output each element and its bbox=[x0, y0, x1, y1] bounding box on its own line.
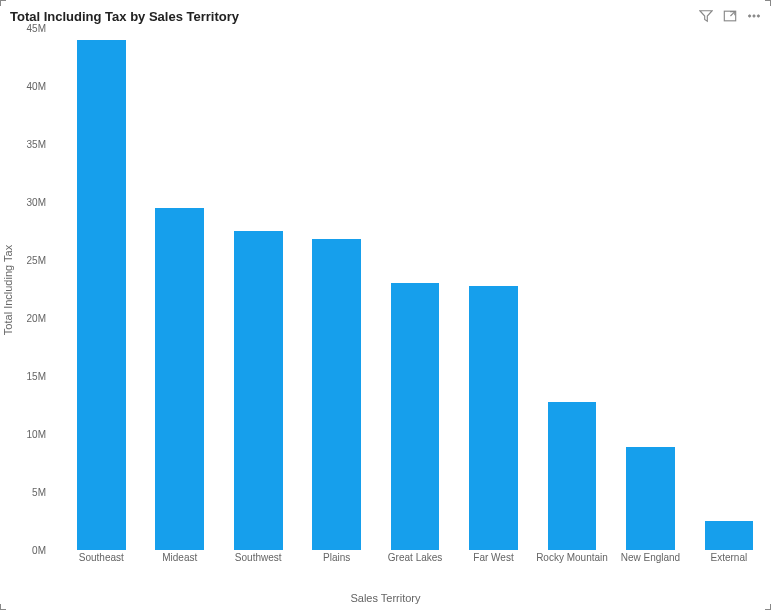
chart-bar[interactable] bbox=[234, 231, 283, 550]
chart-bar[interactable] bbox=[626, 447, 675, 550]
chart-bar[interactable] bbox=[312, 239, 361, 550]
filter-icon[interactable] bbox=[699, 9, 713, 23]
y-tick-label: 0M bbox=[8, 545, 46, 556]
x-tick-label: New England bbox=[611, 552, 689, 564]
svg-point-3 bbox=[757, 15, 759, 17]
chart-visual: Total Including Tax by Sales Territory bbox=[0, 0, 771, 610]
svg-point-1 bbox=[748, 15, 750, 17]
x-tick-label: Southwest bbox=[219, 552, 297, 564]
y-axis-title: Total Including Tax bbox=[2, 245, 14, 335]
x-tick-label: Plains bbox=[298, 552, 376, 564]
more-options-icon[interactable] bbox=[747, 9, 761, 23]
svg-point-2 bbox=[753, 15, 755, 17]
y-tick-label: 40M bbox=[8, 81, 46, 92]
chart-bar[interactable] bbox=[705, 521, 754, 550]
resize-handle-top-right[interactable] bbox=[763, 0, 771, 8]
chart-header: Total Including Tax by Sales Territory bbox=[10, 6, 761, 26]
y-tick-label: 45M bbox=[8, 23, 46, 34]
chart-title: Total Including Tax by Sales Territory bbox=[10, 9, 239, 24]
y-tick-label: 30M bbox=[8, 197, 46, 208]
y-tick-label: 10M bbox=[8, 429, 46, 440]
chart-header-icons bbox=[699, 9, 761, 23]
x-tick-label: Far West bbox=[455, 552, 533, 564]
chart-plot-area[interactable]: 0M5M10M15M20M25M30M35M40M45M bbox=[50, 28, 756, 550]
chart-bar[interactable] bbox=[155, 208, 204, 550]
x-tick-label: Mideast bbox=[141, 552, 219, 564]
chart-bar[interactable] bbox=[77, 40, 126, 550]
y-tick-label: 35M bbox=[8, 139, 46, 150]
x-axis-title: Sales Territory bbox=[0, 592, 771, 604]
chart-bar[interactable] bbox=[469, 286, 518, 550]
chart-bars bbox=[50, 28, 756, 550]
x-tick-label: Great Lakes bbox=[376, 552, 454, 564]
x-tick-label: Rocky Mountain bbox=[533, 552, 611, 564]
resize-handle-top-left[interactable] bbox=[0, 0, 8, 8]
y-tick-label: 5M bbox=[8, 487, 46, 498]
chart-bar[interactable] bbox=[548, 402, 597, 550]
x-tick-label: External bbox=[690, 552, 768, 564]
y-tick-label: 15M bbox=[8, 371, 46, 382]
x-tick-label: Southeast bbox=[62, 552, 140, 564]
focus-mode-icon[interactable] bbox=[723, 9, 737, 23]
chart-bar[interactable] bbox=[391, 283, 440, 550]
